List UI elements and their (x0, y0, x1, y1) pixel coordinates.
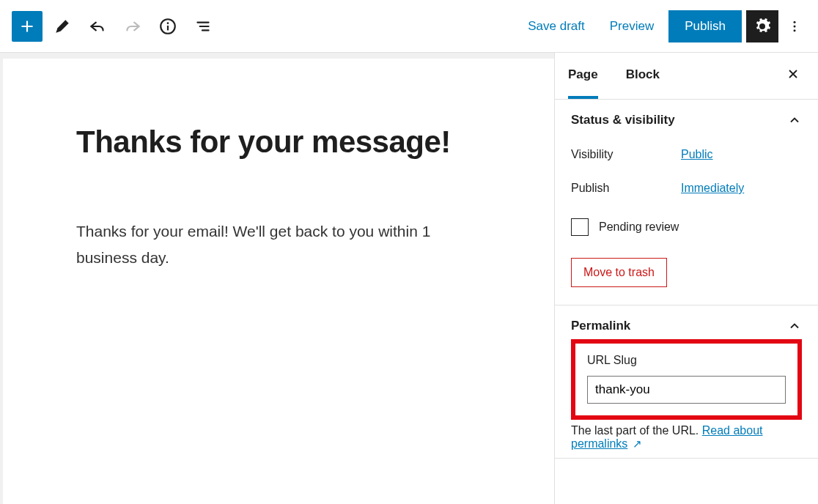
external-link-icon: ↗ (633, 437, 642, 450)
editor-page: Thanks for your message! Thanks for your… (3, 59, 554, 504)
panel-title: Permalink (571, 319, 630, 333)
add-block-button[interactable] (12, 11, 43, 42)
redo-icon (123, 17, 142, 36)
redo-button[interactable] (117, 11, 148, 42)
pending-review-checkbox-row[interactable]: Pending review (571, 218, 802, 236)
url-slug-input[interactable] (587, 376, 786, 404)
tab-block[interactable]: Block (626, 53, 660, 99)
permalink-help-prefix: The last part of the URL. (571, 424, 702, 437)
close-icon (786, 67, 800, 81)
panel-header-status-visibility[interactable]: Status & visibility (571, 113, 802, 127)
undo-icon (88, 17, 107, 36)
publish-row: Publish Immediately (571, 182, 802, 195)
pending-review-label: Pending review (599, 220, 679, 234)
edit-mode-button[interactable] (47, 11, 78, 42)
settings-toggle-button[interactable] (746, 10, 778, 42)
editor-toolbar: Save draft Preview Publish (0, 0, 818, 53)
svg-point-3 (794, 25, 796, 27)
chevron-up-icon (787, 319, 802, 333)
main-area: Thanks for your message! Thanks for your… (0, 53, 818, 504)
publish-button[interactable]: Publish (668, 10, 742, 42)
panel-permalink: Permalink URL Slug The last part of the … (555, 305, 818, 459)
url-slug-label: URL Slug (587, 354, 786, 367)
undo-button[interactable] (82, 11, 113, 42)
svg-point-2 (794, 21, 796, 23)
info-icon (158, 17, 177, 36)
publish-label: Publish (571, 182, 681, 195)
editor-canvas: Thanks for your message! Thanks for your… (0, 53, 554, 504)
preview-button[interactable]: Preview (600, 12, 664, 41)
panel-status-visibility: Status & visibility Visibility Public Pu… (555, 100, 818, 305)
svg-point-4 (794, 29, 796, 32)
save-draft-button[interactable]: Save draft (517, 12, 595, 41)
toolbar-right-group: Save draft Preview Publish (517, 10, 806, 42)
checkbox-unchecked-icon[interactable] (571, 218, 589, 236)
visibility-label: Visibility (571, 148, 681, 161)
page-body-paragraph[interactable]: Thanks for your email! We'll get back to… (76, 218, 481, 270)
details-button[interactable] (152, 11, 183, 42)
tab-page[interactable]: Page (568, 53, 598, 99)
plus-icon (18, 17, 37, 36)
chevron-up-icon (787, 113, 802, 127)
permalink-help-text: The last part of the URL. Read about per… (571, 424, 802, 451)
outline-button[interactable] (188, 11, 218, 42)
pencil-icon (53, 17, 72, 36)
gear-icon (753, 18, 771, 35)
publish-value-link[interactable]: Immediately (681, 182, 744, 195)
visibility-row: Visibility Public (571, 148, 802, 161)
more-vertical-icon (787, 19, 802, 34)
panel-title: Status & visibility (571, 113, 675, 127)
settings-sidebar: Page Block Status & visibility Visibilit… (554, 53, 818, 504)
more-options-button[interactable] (783, 10, 806, 42)
page-title[interactable]: Thanks for your message! (76, 125, 481, 160)
url-slug-highlight: URL Slug (571, 339, 802, 420)
sidebar-tab-strip: Page Block (555, 53, 818, 100)
toolbar-left-group (12, 11, 218, 42)
svg-point-1 (167, 22, 169, 24)
list-outline-icon (194, 17, 213, 36)
visibility-value-link[interactable]: Public (681, 148, 713, 161)
panel-header-permalink[interactable]: Permalink (571, 319, 802, 333)
close-sidebar-button[interactable] (781, 62, 805, 90)
move-to-trash-button[interactable]: Move to trash (571, 258, 667, 287)
